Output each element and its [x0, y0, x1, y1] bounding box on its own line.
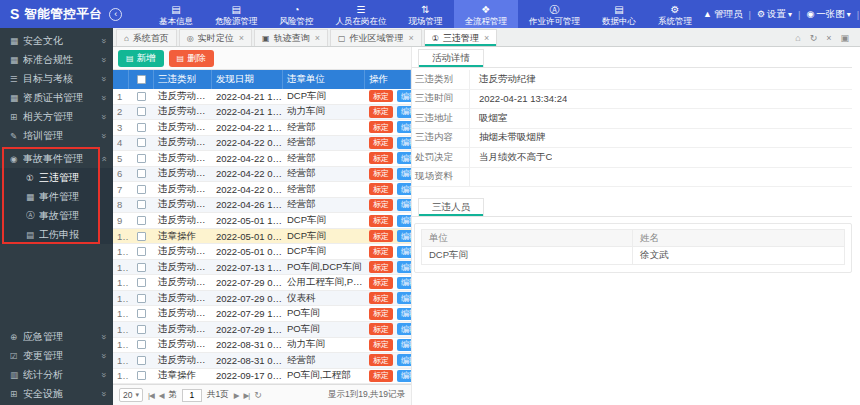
nav-item[interactable]: ⚙系统管理	[647, 0, 703, 28]
close-icon[interactable]: ×	[408, 33, 413, 43]
table-row[interactable]: 9违反劳动纪律2022-05-01 13:...DCP车间标定编辑	[113, 213, 411, 229]
sidebar-item[interactable]: ▦安全文化»	[0, 31, 113, 50]
edit-button[interactable]: 编辑	[397, 370, 411, 382]
prev-page-button[interactable]: ◀	[159, 391, 164, 400]
edit-button[interactable]: 编辑	[397, 90, 411, 102]
table-row[interactable]: 1...违反劳动纪律2022-08-31 04:...动力车间标定编辑	[113, 338, 411, 354]
table-row[interactable]: 1...违章操作2022-05-01 03:...DCP车间标定编辑	[113, 229, 411, 245]
sidebar-item[interactable]: ⊞相关方管理»	[0, 107, 113, 126]
mark-button[interactable]: 标定	[369, 183, 393, 195]
row-checkbox[interactable]	[129, 138, 154, 147]
mark-button[interactable]: 标定	[369, 168, 393, 180]
page-number-input[interactable]	[182, 389, 202, 402]
home-icon[interactable]: ⌂	[795, 33, 800, 43]
row-checkbox[interactable]	[129, 107, 154, 116]
row-checkbox[interactable]	[129, 263, 154, 272]
sidebar-item[interactable]: ☑变更管理»	[0, 346, 113, 365]
edit-button[interactable]: 编辑	[397, 121, 411, 133]
sidebar-item[interactable]: ✎培训管理»	[0, 126, 113, 145]
table-row[interactable]: 1...违反劳动纪律2022-07-13 10:...PO车间,DCP车间标定编…	[113, 260, 411, 276]
row-checkbox[interactable]	[129, 169, 154, 178]
nav-item[interactable]: ☰人员在岗在位	[325, 0, 398, 28]
mark-button[interactable]: 标定	[369, 152, 393, 164]
edit-button[interactable]: 编辑	[397, 168, 411, 180]
edit-button[interactable]: 编辑	[397, 292, 411, 304]
close-icon[interactable]: ×	[484, 33, 489, 43]
mark-button[interactable]: 标定	[369, 323, 393, 335]
row-checkbox[interactable]	[129, 216, 154, 225]
table-row[interactable]: 1...违反劳动纪律2022-07-29 09:...公用工程车间,PO车间,动…	[113, 275, 411, 291]
user-menu[interactable]: ▲管理员	[703, 8, 742, 21]
edit-button[interactable]: 编辑	[397, 106, 411, 118]
edit-button[interactable]: 编辑	[397, 261, 411, 273]
row-checkbox[interactable]	[129, 232, 154, 241]
nav-item[interactable]: ⇅现场管理	[398, 0, 454, 28]
edit-button[interactable]: 编辑	[397, 199, 411, 211]
mark-button[interactable]: 标定	[369, 230, 393, 242]
edit-button[interactable]: 编辑	[397, 137, 411, 149]
row-checkbox[interactable]	[129, 200, 154, 209]
tab-作业区域管理[interactable]: ▢作业区域管理×	[330, 29, 422, 46]
next-page-button[interactable]: ▶	[234, 391, 239, 400]
table-row[interactable]: 1违反劳动纪律2022-04-21 13:...DCP车间标定编辑	[113, 89, 411, 105]
table-row[interactable]: 1...违章操作2022-09-17 08:...PO车间,工程部标定编辑	[113, 369, 411, 385]
close-icon[interactable]: ×	[239, 33, 244, 43]
table-row[interactable]: 1...违反劳动纪律2022-07-29 09:...仪表科标定编辑	[113, 291, 411, 307]
delete-button[interactable]: ▤删除	[169, 50, 215, 67]
mark-button[interactable]: 标定	[369, 292, 393, 304]
row-checkbox[interactable]	[129, 123, 154, 132]
mark-button[interactable]: 标定	[369, 370, 393, 382]
table-row[interactable]: 2违反劳动纪律2022-04-21 13:...动力车间标定编辑	[113, 105, 411, 121]
refresh-icon[interactable]: ↻	[254, 390, 262, 400]
tab-violation-persons[interactable]: 三违人员	[418, 198, 484, 216]
edit-button[interactable]: 编辑	[397, 183, 411, 195]
edit-button[interactable]: 编辑	[397, 152, 411, 164]
mark-button[interactable]: 标定	[369, 106, 393, 118]
mark-button[interactable]: 标定	[369, 339, 393, 351]
refresh-icon[interactable]: ↻	[810, 33, 818, 43]
sidebar-item[interactable]: Ⓐ事故管理	[0, 206, 113, 225]
edit-button[interactable]: 编辑	[397, 246, 411, 258]
row-checkbox[interactable]	[129, 247, 154, 256]
table-row[interactable]: 1...违反劳动纪律2022-07-29 10:...PO车间标定编辑	[113, 306, 411, 322]
sidebar-item[interactable]: ⊞安全设施»	[0, 384, 113, 403]
row-checkbox[interactable]	[129, 340, 154, 349]
edit-button[interactable]: 编辑	[397, 277, 411, 289]
close-icon[interactable]: ×	[826, 33, 831, 43]
table-row[interactable]: 4违反劳动纪律2022-04-22 00:...经营部标定编辑	[113, 136, 411, 152]
row-checkbox[interactable]	[129, 356, 154, 365]
close-icon[interactable]: ×	[315, 33, 320, 43]
tab-三违管理[interactable]: ①三违管理×	[424, 29, 497, 46]
table-row[interactable]: 8违反劳动纪律2022-04-26 13:...经营部标定编辑	[113, 198, 411, 214]
nav-item[interactable]: ▤危险源管理	[204, 0, 269, 28]
nav-item[interactable]: ❖全流程管理	[454, 0, 519, 28]
table-row[interactable]: 1...违反劳动纪律2022-07-29 10:...PO车间标定编辑	[113, 322, 411, 338]
row-checkbox[interactable]	[129, 185, 154, 194]
row-checkbox[interactable]	[129, 371, 154, 380]
sidebar-collapse-icon[interactable]: ‹	[109, 8, 122, 21]
edit-button[interactable]: 编辑	[397, 230, 411, 242]
tab-activity-detail[interactable]: 活动详情	[418, 49, 484, 67]
first-page-button[interactable]: |◀	[148, 391, 154, 400]
sidebar-item[interactable]: ▤工伤申报	[0, 225, 113, 244]
row-checkbox[interactable]	[129, 325, 154, 334]
mark-button[interactable]: 标定	[369, 308, 393, 320]
tab-轨迹查询[interactable]: ▣轨迹查询×	[254, 29, 328, 46]
mark-button[interactable]: 标定	[369, 354, 393, 366]
table-row[interactable]: 7违反劳动纪律2022-04-22 00:...经营部标定编辑	[113, 182, 411, 198]
mark-button[interactable]: 标定	[369, 199, 393, 211]
map-menu[interactable]: ◉一张图▾	[806, 8, 850, 21]
sidebar-item[interactable]: ▦事件管理	[0, 187, 113, 206]
mark-button[interactable]: 标定	[369, 90, 393, 102]
expand-icon[interactable]: ▣	[840, 33, 849, 43]
row-checkbox[interactable]	[129, 154, 154, 163]
settings-menu[interactable]: ⚙设置▾	[757, 8, 792, 21]
mark-button[interactable]: 标定	[369, 137, 393, 149]
sidebar-item[interactable]: ☰目标与考核»	[0, 69, 113, 88]
row-checkbox[interactable]	[129, 92, 154, 101]
edit-button[interactable]: 编辑	[397, 354, 411, 366]
page-size-select[interactable]: 20▾	[119, 388, 143, 402]
mark-button[interactable]: 标定	[369, 246, 393, 258]
table-row[interactable]: 3违反劳动纪律2022-04-22 13:...经营部标定编辑	[113, 120, 411, 136]
table-row[interactable]: 6违反劳动纪律2022-04-22 00:...经营部标定编辑	[113, 167, 411, 183]
